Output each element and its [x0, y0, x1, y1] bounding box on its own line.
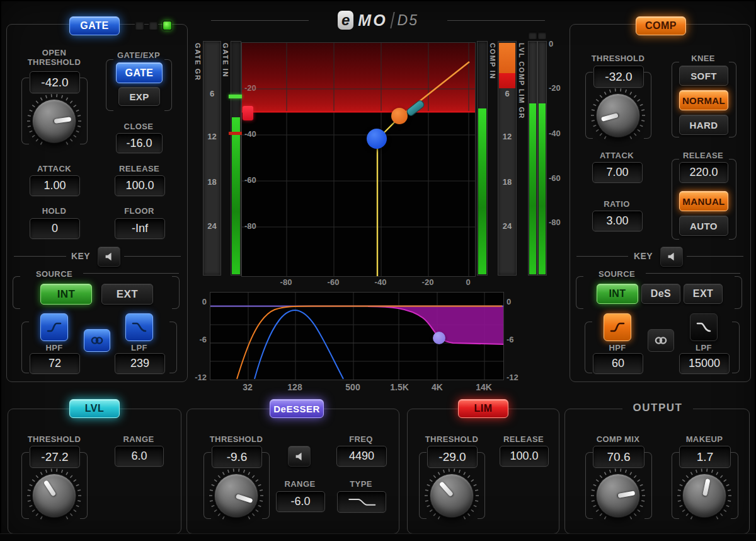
comp-ratio-value[interactable]: 3.00	[592, 211, 643, 231]
speaker-icon	[666, 251, 677, 262]
link-icon	[654, 335, 668, 346]
comp-key-filter-link-button[interactable]	[648, 329, 674, 352]
comp-threshold-knob[interactable]	[595, 92, 641, 139]
output-clip-led-right[interactable]	[537, 32, 547, 40]
bracket	[164, 59, 172, 111]
deesser-range-value[interactable]: -6.0	[276, 491, 325, 512]
lim-release-value[interactable]: 100.0	[500, 446, 549, 467]
lvl-comp-lim-gr-meter: 6 12 18 24	[498, 41, 517, 276]
gate-key-lpf-button[interactable]	[125, 313, 153, 341]
key-divider	[687, 256, 743, 257]
limiter-threshold-handle[interactable]	[243, 106, 253, 120]
comp-release-value[interactable]: 220.0	[679, 162, 728, 183]
gate-source-ext-button[interactable]: EXT	[101, 284, 153, 305]
gate-attack-value[interactable]: 1.00	[30, 175, 80, 196]
comp-attack-label: ATTACK	[592, 151, 641, 160]
comp-hpf-label: HPF	[593, 343, 642, 352]
output-makeup-value[interactable]: 1.7	[679, 446, 731, 468]
deesser-monitor-button[interactable]	[288, 446, 311, 467]
comp-key-label: KEY	[629, 252, 657, 261]
out-scale-tick: -60	[549, 173, 568, 183]
eq-x-tick: 1.5K	[384, 382, 415, 392]
bracket	[732, 322, 740, 373]
meter-scale-tick: 12	[203, 132, 220, 141]
comp-key-monitor-button[interactable]	[660, 247, 683, 267]
comp-attack-value[interactable]: 7.00	[592, 162, 643, 183]
output-comp-mix-knob[interactable]	[595, 472, 641, 519]
gate-key-monitor-button[interactable]	[98, 247, 120, 267]
comp-threshold-handle[interactable]	[391, 108, 408, 124]
gate-close-value[interactable]: -16.0	[116, 133, 163, 153]
brand-logo: e MO D5	[312, 9, 444, 32]
brand-model: D5	[398, 12, 418, 29]
gate-open-threshold-value[interactable]: -42.0	[30, 71, 80, 93]
meter-scale-tick: 6	[498, 89, 516, 98]
deesser-threshold-value[interactable]: -9.6	[212, 446, 262, 468]
comp-release-manual-button[interactable]: MANUAL	[679, 191, 728, 211]
output-makeup-knob[interactable]	[681, 472, 728, 519]
comp-release-auto-button[interactable]: AUTO	[679, 216, 728, 236]
deesser-freq-handle[interactable]	[433, 332, 445, 344]
deesser-type-button[interactable]	[337, 491, 386, 513]
lowpass-filter-icon	[130, 320, 148, 335]
output-comp-mix-value[interactable]: 70.6	[593, 446, 644, 468]
meter-scale-tick: 6	[203, 89, 220, 98]
gate-open-threshold-marker[interactable]	[229, 95, 242, 98]
lim-enable-button[interactable]: LIM	[458, 399, 508, 418]
gate-close-threshold-marker[interactable]	[229, 132, 242, 135]
gate-state-led-2	[149, 21, 158, 30]
gate-state-led-3	[163, 21, 172, 30]
lvl-threshold-knob[interactable]	[31, 472, 77, 519]
comp-knee-hard-button[interactable]: HARD	[679, 115, 728, 135]
output-clip-led-left[interactable]	[528, 32, 537, 40]
comp-knee-soft-button[interactable]: SOFT	[679, 66, 728, 86]
comp-knee-normal-button[interactable]: NORMAL	[679, 90, 728, 110]
lim-threshold-label: THRESHOLD	[417, 434, 486, 444]
comp-threshold-value[interactable]: -32.0	[593, 66, 644, 88]
gate-key-hpf-button[interactable]	[40, 313, 68, 341]
gate-release-value[interactable]: 100.0	[115, 175, 165, 196]
bracket	[13, 276, 20, 309]
gate-key-filter-link-button[interactable]	[84, 329, 110, 352]
gate-lpf-value[interactable]: 239	[115, 353, 165, 374]
lim-threshold-knob[interactable]	[428, 472, 475, 519]
lvl-range-value[interactable]: 6.0	[115, 446, 164, 467]
gate-open-threshold-knob[interactable]	[31, 98, 77, 144]
gate-source-int-button[interactable]: INT	[40, 284, 92, 305]
deesser-threshold-knob[interactable]	[213, 472, 260, 519]
gate-enable-button[interactable]: GATE	[69, 16, 120, 35]
brand-logo-divider	[390, 12, 395, 28]
speaker-icon	[294, 451, 305, 462]
lvl-enable-button[interactable]: LVL	[69, 399, 120, 418]
meter-scale-tick: 24	[203, 221, 220, 231]
comp-source-ext-button[interactable]: EXT	[684, 284, 723, 304]
comp-key-lpf-button[interactable]	[690, 313, 718, 341]
x-tick: -20	[414, 277, 442, 287]
comp-key-hpf-button[interactable]	[604, 313, 631, 341]
y-tick: -60	[244, 175, 266, 185]
lvl-threshold-value[interactable]: -27.2	[30, 446, 80, 468]
gate-mode-exp-button[interactable]: EXP	[118, 87, 160, 106]
gate-mode-label: GATE/EXP	[104, 50, 173, 60]
gate-hold-value[interactable]: 0	[30, 218, 80, 239]
gate-floor-value[interactable]: -Inf	[115, 218, 165, 239]
gate-lpf-label: LPF	[115, 343, 164, 352]
lim-threshold-value[interactable]: -29.0	[427, 446, 478, 468]
meter-scale-tick: 18	[203, 177, 220, 187]
knob-pointer	[438, 482, 453, 497]
gate-hpf-value[interactable]: 72	[30, 353, 80, 374]
bracket	[585, 322, 592, 373]
deesser-freq-value[interactable]: 4490	[336, 446, 387, 467]
comp-source-int-button[interactable]: INT	[597, 284, 638, 304]
comp-enable-button[interactable]: COMP	[636, 16, 686, 35]
comp-knee-label: KNEE	[677, 54, 729, 63]
out-scale-tick: 0	[549, 39, 568, 49]
comp-hpf-value[interactable]: 60	[593, 353, 643, 374]
comp-source-des-button[interactable]: DeS	[641, 284, 680, 304]
gate-hpf-label: HPF	[30, 343, 79, 352]
gate-threshold-handle[interactable]	[367, 129, 387, 149]
deesser-enable-button[interactable]: DeESSER	[270, 399, 324, 418]
highpass-filter-icon	[609, 320, 626, 335]
comp-lpf-value[interactable]: 15000	[679, 353, 730, 374]
gate-mode-gate-button[interactable]: GATE	[116, 62, 163, 83]
